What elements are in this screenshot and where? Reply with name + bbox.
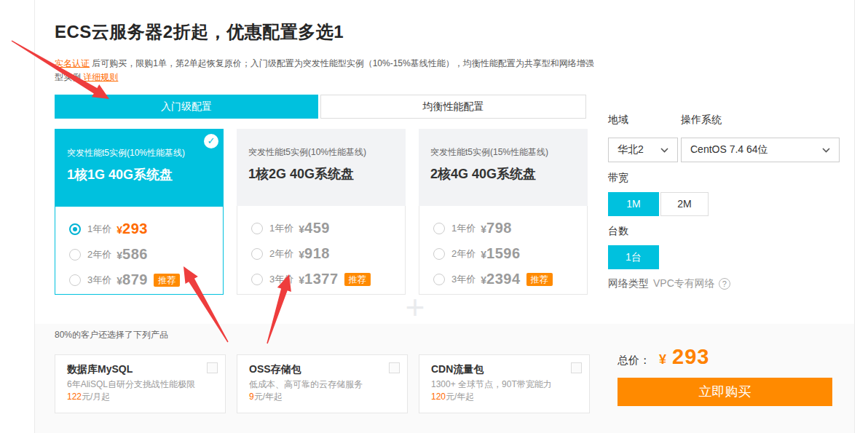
price-value: 918: [304, 245, 330, 261]
plan-card-header: 突发性能t5实例(10%性能基线) 1核2G 40G系统盘: [237, 129, 406, 206]
recommend-badge: 推荐: [344, 273, 371, 286]
addon-title: 数据库MySQL: [67, 362, 213, 376]
promo-notice: 实名认证 后可购买，限购1单，第2单起恢复原价；入门级配置为突发性能型实例（10…: [55, 57, 602, 84]
plan-spec: 2核4G 40G系统盘: [430, 165, 576, 183]
radio-icon[interactable]: [251, 274, 263, 285]
addon-title: CDN流量包: [431, 362, 577, 376]
price-option-2yr[interactable]: 2年价 ¥586: [55, 242, 223, 267]
total-value: 293: [672, 345, 709, 369]
total-price-row: 总价： ¥ 293: [618, 345, 709, 369]
price-option-3yr[interactable]: 3年价 ¥879 推荐: [55, 267, 223, 293]
addon-price-suffix: 元/年起: [446, 392, 474, 402]
chevron-down-icon: [660, 148, 668, 153]
radio-icon[interactable]: [69, 249, 81, 261]
currency-symbol: ¥: [117, 250, 122, 261]
currency-symbol: ¥: [481, 249, 486, 261]
addon-price-value: 122: [67, 392, 82, 402]
network-value: VPC专有网络: [653, 277, 715, 290]
price-option-3yr[interactable]: 3年价 ¥2394 推荐: [419, 266, 587, 292]
option-label: 1年价: [87, 223, 111, 236]
bandwidth-option-1m[interactable]: 1M: [608, 192, 659, 216]
plan-card-1c1g[interactable]: 突发性能t5实例(10%性能基线) 1核1G 40G系统盘 ✓ 1年价 ¥293…: [55, 129, 224, 295]
price-value: 586: [122, 246, 148, 262]
plan-spec: 1核2G 40G系统盘: [248, 165, 394, 183]
plus-icon: +: [399, 290, 431, 325]
option-price: ¥586: [117, 246, 148, 263]
notice-text: 后可购买，限购1单，第2单起恢复原价；入门级配置为突发性能型实例（10%-15%…: [55, 58, 594, 82]
option-price: ¥459: [299, 220, 330, 237]
addon-card-oss[interactable]: OSS存储包 低成本、高可靠的云存储服务 9元/年起: [237, 354, 408, 413]
selected-check-icon: ✓: [204, 134, 218, 148]
option-price: ¥798: [481, 220, 512, 237]
checkbox-icon[interactable]: [571, 362, 582, 373]
price-option-2yr[interactable]: 2年价 ¥1596: [419, 241, 587, 266]
addon-price-value: 120: [431, 392, 446, 402]
currency-symbol: ¥: [299, 249, 304, 261]
radio-icon[interactable]: [69, 223, 81, 235]
radio-icon[interactable]: [251, 248, 263, 260]
price-value: 459: [304, 220, 330, 236]
price-option-1yr[interactable]: 1年价 ¥798: [419, 215, 587, 241]
plan-type: 突发性能t5实例(10%性能基线): [248, 146, 394, 159]
price-value: 2394: [486, 271, 521, 287]
os-label: 操作系统: [681, 114, 722, 127]
price-value: 879: [122, 271, 148, 287]
addons-heading: 80%的客户还选择了下列产品: [55, 329, 168, 341]
radio-icon[interactable]: [251, 223, 263, 234]
radio-icon[interactable]: [433, 274, 445, 285]
tab-entry-config[interactable]: 入门级配置: [55, 95, 318, 119]
radio-icon[interactable]: [433, 223, 445, 234]
count-option-1[interactable]: 1台: [608, 245, 659, 269]
help-icon[interactable]: ?: [719, 278, 730, 290]
option-price: ¥879: [117, 271, 148, 288]
checkbox-icon[interactable]: [207, 362, 218, 373]
addon-card-cdn[interactable]: CDN流量包 1300+ 全球节点，90T带宽能力 120元/年起: [419, 354, 590, 413]
addon-price: 122元/月起: [67, 391, 213, 403]
plan-options: 1年价 ¥798 2年价 ¥1596 3年价 ¥2394 推荐: [419, 206, 588, 295]
addon-card-mysql[interactable]: 数据库MySQL 6年AliSQL自研分支挑战性能极限 122元/月起: [55, 354, 226, 413]
bandwidth-label: 带宽: [608, 172, 628, 185]
price-option-1yr[interactable]: 1年价 ¥459: [237, 215, 405, 241]
currency-symbol: ¥: [299, 223, 304, 235]
radio-icon[interactable]: [69, 274, 81, 286]
price-value: 798: [486, 220, 512, 236]
plan-card-1c2g[interactable]: 突发性能t5实例(10%性能基线) 1核2G 40G系统盘 1年价 ¥459 2…: [237, 129, 406, 295]
price-option-2yr[interactable]: 2年价 ¥918: [237, 241, 405, 266]
currency-symbol: ¥: [481, 274, 486, 286]
currency-symbol: ¥: [117, 224, 122, 236]
plan-spec: 1核1G 40G系统盘: [67, 166, 211, 183]
plan-options: 1年价 ¥459 2年价 ¥918 3年价 ¥1377 推荐: [237, 206, 406, 295]
tab-balanced-config[interactable]: 均衡性能配置: [320, 95, 586, 119]
addon-desc: 6年AliSQL自研分支挑战性能极限: [67, 378, 213, 391]
plan-card-2c4g[interactable]: 突发性能t5实例(15%性能基线) 2核4G 40G系统盘 1年价 ¥798 2…: [419, 129, 588, 295]
price-value: 1596: [486, 245, 521, 261]
region-select[interactable]: 华北2: [608, 138, 678, 162]
addon-desc: 低成本、高可靠的云存储服务: [249, 378, 395, 391]
detail-rules-link[interactable]: 详细规则: [83, 72, 118, 82]
price-value: 1377: [304, 271, 339, 287]
os-select[interactable]: CentOS 7.4 64位: [681, 138, 840, 162]
addon-price-suffix: 元/年起: [254, 392, 283, 402]
plan-options: 1年价 ¥293 2年价 ¥586 3年价 ¥879 推荐: [55, 207, 223, 293]
radio-icon[interactable]: [433, 248, 445, 260]
option-label: 3年价: [451, 273, 476, 286]
region-value: 华北2: [618, 143, 644, 156]
option-label: 2年价: [269, 247, 293, 261]
addon-price-suffix: 元/月起: [82, 392, 110, 402]
currency-symbol: ¥: [481, 223, 486, 235]
checkbox-icon[interactable]: [389, 362, 400, 373]
count-label: 台数: [608, 225, 628, 238]
price-option-1yr[interactable]: 1年价 ¥293: [55, 216, 223, 242]
bandwidth-option-2m[interactable]: 2M: [660, 192, 709, 216]
option-label: 1年价: [451, 222, 476, 235]
os-value: CentOS 7.4 64位: [690, 143, 768, 156]
addon-title: OSS存储包: [249, 362, 395, 376]
realname-auth-link[interactable]: 实名认证: [55, 58, 90, 68]
option-label: 3年价: [269, 273, 293, 286]
price-option-3yr[interactable]: 3年价 ¥1377 推荐: [237, 266, 405, 292]
option-price: ¥918: [299, 245, 330, 262]
addon-price: 9元/年起: [249, 391, 395, 403]
buy-now-button[interactable]: 立即购买: [618, 378, 832, 406]
option-label: 2年价: [451, 247, 476, 261]
plan-card-header: 突发性能t5实例(10%性能基线) 1核1G 40G系统盘 ✓: [55, 130, 223, 207]
